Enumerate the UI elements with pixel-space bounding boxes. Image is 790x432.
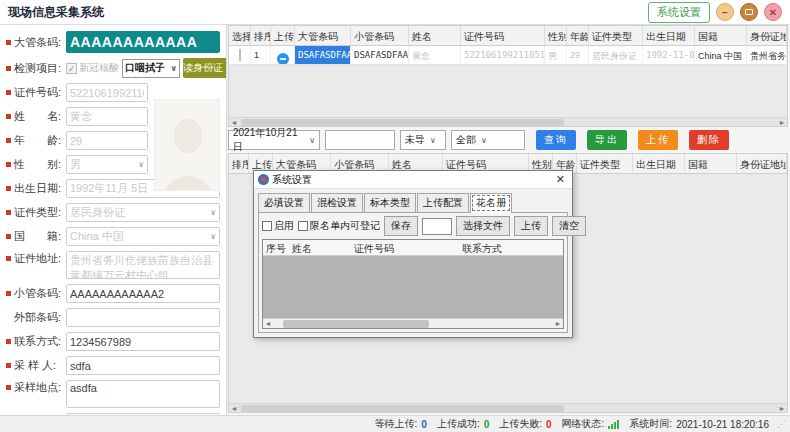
- id-type-select[interactable]: 居民身份证∨: [66, 203, 220, 222]
- file-path-input[interactable]: [422, 218, 452, 235]
- roster-upload-button[interactable]: 上传: [514, 216, 548, 236]
- column-header: 身份证地址: [737, 154, 787, 173]
- field-row-big-tube: 大管条码:: [6, 31, 220, 53]
- tab-specimen-type[interactable]: 标本类型: [364, 193, 416, 212]
- scrollbar-thumb[interactable]: [241, 119, 564, 126]
- scroll-right-icon[interactable]: ►: [777, 404, 787, 413]
- chevron-down-icon: ∨: [210, 208, 216, 217]
- tab-upload-config[interactable]: 上传配置: [417, 193, 469, 212]
- system-settings-button[interactable]: 系统设置: [648, 2, 710, 23]
- tab-mixed-test-settings[interactable]: 混检设置: [311, 193, 363, 212]
- field-row-test-item: 检测项目: ✓新冠核酸 口咽拭子∨ 读身份证（F5）: [6, 58, 220, 78]
- scroll-right-icon[interactable]: ►: [553, 319, 563, 328]
- id-address-textarea[interactable]: 贵州省务川仡佬族苗族自治县黄都镇万云村中心组: [66, 251, 220, 279]
- small-tube-input[interactable]: [66, 284, 220, 303]
- column-header: 姓名: [409, 26, 461, 45]
- row-checkbox[interactable]: [239, 49, 241, 61]
- nationality-select[interactable]: China 中国∨: [66, 227, 220, 246]
- empty-rows-area: [229, 65, 787, 117]
- scrollbar-track[interactable]: [239, 404, 777, 413]
- required-marker: [6, 66, 11, 71]
- read-id-button[interactable]: 读身份证（F5）: [183, 58, 227, 78]
- age-input[interactable]: [66, 131, 148, 150]
- contact-label: 联系方式:: [6, 334, 66, 349]
- scroll-right-icon[interactable]: ►: [777, 118, 787, 127]
- chevron-down-icon: ∨: [309, 136, 315, 145]
- column-header: 国籍: [685, 154, 737, 173]
- required-marker: [6, 363, 11, 368]
- column-header: 上传: [271, 26, 295, 45]
- gender-label: 性 别:: [6, 157, 66, 172]
- column-header: 证件号码: [351, 240, 459, 255]
- sample-place-textarea[interactable]: asdfa: [66, 380, 220, 408]
- contact-input[interactable]: [66, 332, 220, 351]
- app-title: 现场信息采集系统: [8, 4, 104, 21]
- row-checkbox-cell[interactable]: [229, 46, 251, 64]
- roster-save-button[interactable]: 保存: [384, 216, 418, 236]
- table-row[interactable]: 1 DSAFASDFAAAS DSAFASDFAAAS1 黄念 52210619…: [229, 46, 787, 65]
- chevron-down-icon: ∨: [171, 64, 178, 73]
- pending-records-table: 选择排序上传大管条码小管条码姓名证件号码性别年龄证件类型出生日期国籍身份证地址 …: [228, 25, 788, 127]
- upload-status-icon: [277, 53, 289, 64]
- scrollbar-track[interactable]: [273, 319, 553, 328]
- resize-grip: ⋰: [777, 419, 786, 429]
- delete-button[interactable]: 删除: [689, 130, 729, 150]
- query-button[interactable]: 查询: [536, 130, 576, 150]
- roster-table-header: 序号姓名证件号码联系方式: [263, 240, 563, 256]
- id-type-label: 证件类型:: [6, 205, 66, 220]
- dialog-close-icon[interactable]: ✕: [553, 173, 568, 186]
- scrollbar-track[interactable]: [239, 118, 777, 127]
- tab-roster[interactable]: 花名册: [470, 193, 512, 213]
- gender-select[interactable]: 男∨: [66, 155, 148, 174]
- maximize-button[interactable]: [740, 3, 758, 21]
- status-bar: 等待上传: 0 上传成功: 0 上传失败: 0 网络状态: 系统时间: 2021…: [0, 415, 790, 432]
- title-bar: 现场信息采集系统 系统设置 − ✕: [0, 0, 790, 25]
- name-input[interactable]: [66, 107, 148, 126]
- scrollbar-thumb[interactable]: [241, 405, 564, 412]
- limit-roster-checkbox[interactable]: 限名单内可登记: [298, 219, 380, 233]
- id-number-input[interactable]: [66, 83, 148, 102]
- roster-clear-button[interactable]: 清空: [552, 216, 586, 236]
- entry-form-panel: 大管条码: 检测项目: ✓新冠核酸 口咽拭子∨ 读身份证（F5） 证件号码: 姓…: [0, 25, 227, 415]
- system-time-value: 2021-10-21 18:20:16: [676, 419, 769, 430]
- required-marker: [6, 291, 11, 296]
- external-barcode-input[interactable]: [66, 308, 220, 327]
- type-filter-select[interactable]: 全部∨: [451, 130, 525, 150]
- checkbox-icon: [262, 221, 272, 231]
- swab-type-select[interactable]: 口咽拭子∨: [122, 59, 180, 78]
- small-tube-cell: DSAFASDFAAAS1: [351, 46, 409, 64]
- roster-controls: 启用 限名单内可登记 保存 选择文件 上传 清空: [262, 216, 564, 236]
- dialog-title-bar[interactable]: 系统设置 ✕: [254, 171, 572, 189]
- close-button[interactable]: ✕: [764, 3, 782, 21]
- choose-file-button[interactable]: 选择文件: [456, 216, 510, 236]
- date-select[interactable]: 2021年10月21日∨: [228, 130, 320, 150]
- upload-filter-select[interactable]: 未导∨: [400, 130, 446, 150]
- tab-required-settings[interactable]: 必填设置: [258, 193, 310, 212]
- test-item-controls: ✓新冠核酸 口咽拭子∨ 读身份证（F5）: [66, 58, 227, 78]
- upload-button[interactable]: 上传: [638, 130, 678, 150]
- covid-checkbox[interactable]: ✓新冠核酸: [66, 61, 119, 75]
- scroll-left-icon[interactable]: ◄: [263, 319, 273, 328]
- sampler-label: 采 样 人:: [6, 358, 66, 373]
- checkbox-icon: [298, 221, 308, 231]
- column-header: 排序: [229, 154, 249, 173]
- required-marker: [6, 385, 11, 390]
- export-button[interactable]: 导出: [587, 130, 627, 150]
- scroll-left-icon[interactable]: ◄: [229, 404, 239, 413]
- big-tube-input[interactable]: [66, 31, 220, 53]
- roster-empty-area: [263, 256, 563, 318]
- horizontal-scrollbar[interactable]: ◄ ►: [229, 403, 787, 412]
- required-marker: [6, 162, 11, 167]
- search-input[interactable]: [325, 130, 395, 150]
- horizontal-scrollbar[interactable]: ◄ ►: [229, 117, 787, 126]
- scrollbar-thumb[interactable]: [283, 320, 429, 328]
- big-tube-cell[interactable]: DSAFASDFAAAS: [295, 46, 351, 64]
- horizontal-scrollbar[interactable]: ◄ ►: [263, 318, 563, 328]
- minimize-button[interactable]: −: [716, 3, 734, 21]
- sampler-input[interactable]: [66, 356, 220, 375]
- field-row-external-barcode: 外部条码:: [6, 308, 220, 327]
- id-address-cell: 贵州省务川仡佬族苗族自治县黄都镇万云村中心组: [747, 46, 787, 64]
- enable-checkbox[interactable]: 启用: [262, 219, 294, 233]
- column-header: 性别: [545, 26, 567, 45]
- column-header: 国籍: [695, 26, 747, 45]
